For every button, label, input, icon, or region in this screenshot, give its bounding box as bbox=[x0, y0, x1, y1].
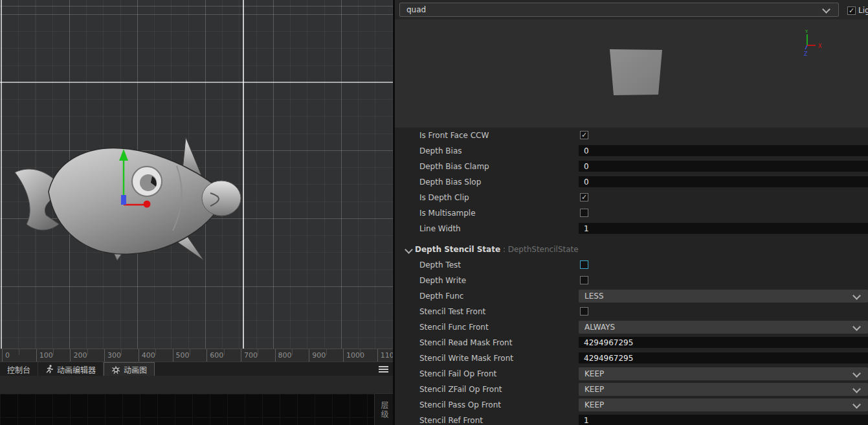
property-row: Stencil Pass Op Front KEEP bbox=[395, 397, 868, 413]
stencil-func-front-select[interactable]: ALWAYS bbox=[579, 321, 868, 334]
ruler-label: 900 bbox=[312, 351, 326, 360]
depth-func-select[interactable]: LESS bbox=[579, 290, 868, 303]
chevron-down-icon bbox=[852, 292, 861, 300]
ruler-label: 400 bbox=[142, 351, 155, 360]
property-row: Stencil Fail Op Front KEEP bbox=[395, 366, 868, 382]
light-checkbox-label: Lig bbox=[858, 6, 868, 15]
property-row: Stencil Read Mask Front bbox=[395, 335, 868, 350]
stencil-fail-op-front-select[interactable]: KEEP bbox=[579, 367, 868, 380]
depth-bias-slop-input[interactable] bbox=[579, 176, 868, 187]
chevron-down-icon bbox=[852, 369, 861, 378]
property-row: Is Front Face CCW bbox=[395, 128, 868, 143]
property-row: Is Multisample bbox=[395, 205, 868, 221]
property-row: Depth Bias Slop bbox=[395, 174, 868, 190]
property-row: Is Depth Clip bbox=[395, 190, 868, 205]
property-row: Line Width bbox=[395, 221, 868, 236]
runner-icon bbox=[45, 365, 54, 374]
effect-select[interactable]: quad bbox=[399, 3, 839, 17]
property-row: Stencil Func Front ALWAYS bbox=[395, 319, 868, 335]
stencil-zfail-op-front-select[interactable]: KEEP bbox=[579, 383, 868, 396]
depth-bias-input[interactable] bbox=[579, 145, 868, 156]
tab-animation-graph[interactable]: 动画图 bbox=[104, 362, 155, 376]
ruler-label: 700 bbox=[244, 351, 258, 360]
orientation-gizmo[interactable]: Y X Z bbox=[797, 27, 825, 57]
light-toggle: Lig bbox=[847, 6, 868, 15]
collapse-chevron-icon[interactable] bbox=[405, 246, 413, 254]
ruler-label: 300 bbox=[107, 351, 121, 360]
depth-test-checkbox[interactable] bbox=[580, 260, 588, 269]
is-depth-clip-checkbox[interactable] bbox=[580, 193, 588, 201]
effect-select-value: quad bbox=[406, 5, 426, 14]
svg-text:Z: Z bbox=[804, 51, 808, 57]
viewport-ruler[interactable]: 010020030040050060070080090010001100 bbox=[0, 349, 393, 362]
grid-axis-horizontal bbox=[0, 82, 393, 83]
svg-text:X: X bbox=[818, 43, 822, 49]
stencil-pass-op-front-select[interactable]: KEEP bbox=[579, 398, 868, 411]
fish-3d-model[interactable] bbox=[10, 126, 249, 273]
animation-graph-canvas[interactable] bbox=[0, 394, 393, 425]
material-preview[interactable]: Y X Z bbox=[395, 19, 868, 128]
svg-text:Y: Y bbox=[805, 29, 808, 34]
tab-console[interactable]: 控制台 bbox=[0, 362, 38, 376]
is-front-face-ccw-checkbox[interactable] bbox=[580, 131, 588, 139]
stencil-write-mask-front-input[interactable] bbox=[579, 352, 868, 363]
chevron-down-icon bbox=[852, 400, 861, 409]
ruler-label: 1100 bbox=[381, 351, 393, 360]
bottom-tabstrip: 控制台 动画编辑器 动画图 bbox=[0, 362, 393, 376]
tab-animation-graph-label: 动画图 bbox=[124, 364, 147, 375]
tab-animation-editor[interactable]: 动画编辑器 bbox=[38, 362, 104, 376]
light-checkbox[interactable] bbox=[847, 6, 856, 15]
is-multisample-checkbox[interactable] bbox=[580, 209, 588, 217]
chevron-down-icon bbox=[852, 385, 861, 393]
depth-bias-clamp-input[interactable] bbox=[579, 161, 868, 172]
depth-stencil-section-header: Depth Stencil State : DepthStencilState bbox=[395, 242, 868, 257]
chevron-down-icon bbox=[852, 323, 861, 331]
property-row: Depth Bias bbox=[395, 143, 868, 159]
chevron-down-icon bbox=[822, 5, 830, 14]
panel-menu-icon[interactable] bbox=[379, 365, 388, 373]
property-row: Depth Write bbox=[395, 273, 868, 288]
inspector-header: quad Lig bbox=[395, 0, 868, 19]
property-row: Stencil Test Front bbox=[395, 304, 868, 319]
scene-viewport[interactable] bbox=[0, 0, 393, 349]
app-window: 010020030040050060070080090010001100 控制台… bbox=[0, 0, 868, 425]
ruler-label: 500 bbox=[176, 351, 190, 360]
ruler-label: 600 bbox=[210, 351, 223, 360]
tab-console-label: 控制台 bbox=[7, 364, 30, 375]
grid-axis-left bbox=[1, 0, 2, 361]
property-row: Stencil ZFail Op Front KEEP bbox=[395, 382, 868, 397]
property-row: Stencil Write Mask Front bbox=[395, 350, 868, 366]
graph-toolbar bbox=[0, 376, 393, 395]
stencil-test-front-checkbox[interactable] bbox=[580, 307, 588, 316]
tab-animation-editor-label: 动画编辑器 bbox=[57, 364, 96, 375]
depth-write-checkbox[interactable] bbox=[580, 276, 588, 284]
ruler-label: 200 bbox=[73, 351, 87, 360]
section-title: Depth Stencil State : DepthStencilState bbox=[415, 245, 579, 254]
ruler-label: 0 bbox=[5, 351, 10, 360]
ruler-label: 1000 bbox=[346, 351, 364, 360]
stencil-ref-front-input[interactable] bbox=[579, 415, 868, 425]
ruler-label: 100 bbox=[39, 351, 53, 360]
hierarchy-side-tab[interactable]: 层级 bbox=[374, 393, 394, 425]
property-row: Depth Test bbox=[395, 257, 868, 273]
ruler-label: 800 bbox=[278, 351, 292, 360]
inspector-panel: quad Lig Y X bbox=[395, 0, 868, 425]
property-row: Depth Func LESS bbox=[395, 288, 868, 304]
property-list: Is Front Face CCW Depth Bias Depth Bias … bbox=[395, 128, 868, 425]
hierarchy-side-tab-label: 层级 bbox=[379, 401, 390, 419]
property-row: Stencil Ref Front bbox=[395, 413, 868, 425]
line-width-input[interactable] bbox=[579, 223, 868, 234]
graph-icon bbox=[111, 365, 120, 374]
property-row: Depth Bias Clamp bbox=[395, 159, 868, 174]
stencil-read-mask-front-input[interactable] bbox=[579, 337, 868, 348]
